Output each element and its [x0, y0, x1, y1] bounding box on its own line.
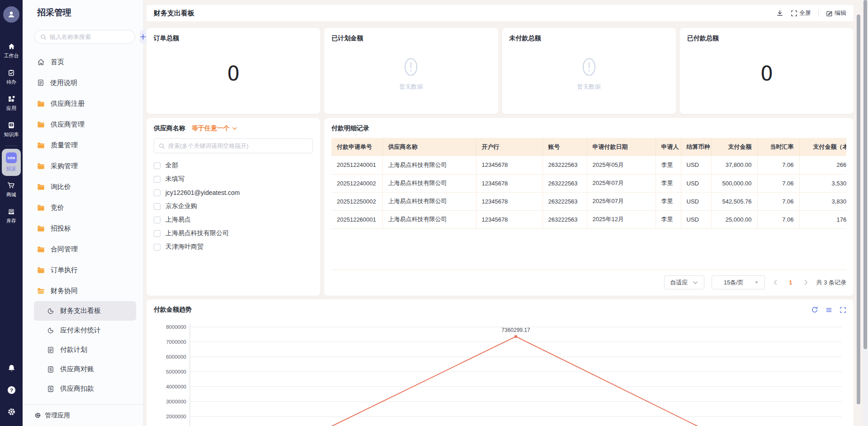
- supplier-option[interactable]: 未填写: [154, 172, 313, 186]
- download-icon: [776, 9, 783, 17]
- svg-text:6000000: 6000000: [166, 354, 186, 360]
- prev-page-button[interactable]: [772, 279, 779, 286]
- column-header: 申请付款日期: [587, 138, 656, 156]
- table-cell: 500,000.00: [711, 174, 757, 192]
- supplier-option[interactable]: jcy122601@yideatest.com: [154, 186, 313, 199]
- chart-title: 付款金额趋势: [154, 306, 192, 314]
- sidebar-item-合同管理[interactable]: 合同管理: [23, 239, 143, 260]
- download-button[interactable]: [776, 9, 783, 17]
- table-cell: 12345678: [476, 192, 542, 210]
- rail-item-knowledge-ai-book[interactable]: AI知识库: [0, 117, 23, 143]
- page-title: 财务支出看板: [154, 9, 194, 18]
- sidebar-item-供应商对账[interactable]: 供应商对账: [23, 360, 143, 379]
- supplier-option[interactable]: 上海易点: [154, 213, 313, 227]
- checkbox[interactable]: [154, 203, 160, 210]
- sidebar-item-询比价[interactable]: 询比价: [23, 176, 143, 197]
- edit-button[interactable]: 编辑: [826, 9, 846, 17]
- option-label: 上海易点科技有限公司: [165, 229, 229, 237]
- question-icon[interactable]: ?: [7, 385, 16, 395]
- gear-icon[interactable]: [7, 407, 16, 416]
- sidebar-item-招投标[interactable]: 招投标: [23, 218, 143, 239]
- checkbox[interactable]: [154, 230, 160, 237]
- content-scrollbar-thumb[interactable]: [857, 14, 860, 404]
- rail-item-mall-cart[interactable]: 商城: [0, 177, 23, 203]
- sidebar-item-订单执行[interactable]: 订单执行: [23, 260, 143, 280]
- table-row[interactable]: 202512250002上海易点科技有限公司123456782632225632…: [331, 192, 846, 210]
- sidebar-item-财务支出看板[interactable]: 财务支出看板: [34, 301, 136, 321]
- checkbox[interactable]: [154, 162, 160, 169]
- sidebar-item-采购管理[interactable]: 采购管理: [23, 156, 143, 176]
- total-records: 共 3 条记录: [816, 279, 846, 287]
- trend-chart: 2000000300000040000005000000600000070000…: [154, 318, 846, 426]
- sidebar-item-财务协同[interactable]: 财务协同: [23, 280, 143, 301]
- table-row[interactable]: 202512240002上海易点科技有限公司123456782632225632…: [331, 174, 846, 192]
- list-icon[interactable]: [826, 307, 832, 313]
- refresh-icon[interactable]: [811, 306, 818, 313]
- sidebar-item-label: 首页: [51, 58, 64, 66]
- svg-text:2000000: 2000000: [166, 414, 186, 419]
- table-cell: 李里: [656, 192, 681, 210]
- sidebar-item-首页[interactable]: 首页: [23, 52, 143, 72]
- page-size-select[interactable]: 15条/页: [712, 275, 765, 289]
- apps-grid-icon: [8, 95, 15, 103]
- sidebar-item-使用说明[interactable]: 使用说明: [23, 72, 143, 93]
- sidebar-item-应付未付统计[interactable]: 应付未付统计: [23, 321, 143, 340]
- checkbox[interactable]: [154, 244, 160, 251]
- filter-operator-dropdown[interactable]: 等于任意一个: [192, 124, 238, 133]
- sidebar-item-供应商管理[interactable]: 供应商管理: [23, 114, 143, 135]
- page-header: 财务支出看板 全屏 编辑: [146, 5, 854, 21]
- sidebar-search[interactable]: [34, 30, 135, 44]
- rail-item-todo-clipboard[interactable]: 待办: [0, 64, 23, 90]
- filter-search-input[interactable]: [168, 142, 308, 149]
- checkbox[interactable]: [154, 176, 160, 183]
- avatar[interactable]: [3, 6, 19, 23]
- sidebar-item-付款计划[interactable]: 付款计划: [23, 340, 143, 360]
- table-cell: 上海易点科技有限公司: [382, 210, 476, 228]
- supplier-option[interactable]: 全部: [154, 159, 313, 172]
- bell-icon[interactable]: [7, 364, 16, 373]
- checkbox[interactable]: [154, 189, 160, 196]
- stat-cards: 订单总额0已计划金额暂无数据未付款总额暂无数据已付款总额0: [146, 28, 854, 114]
- pie-icon: [47, 308, 54, 315]
- checkbox[interactable]: [154, 217, 160, 223]
- rail-item-inventory-inbox[interactable]: 库存: [0, 203, 23, 229]
- folder-icon: [37, 121, 45, 128]
- fullscreen-button[interactable]: 全屏: [791, 9, 811, 17]
- supplier-option[interactable]: 上海易点科技有限公司: [154, 227, 313, 240]
- add-button[interactable]: [140, 30, 146, 43]
- table-row[interactable]: 202512260001上海易点科技有限公司123456782632225632…: [331, 210, 846, 228]
- table-row[interactable]: 202512240001上海易点科技有限公司123456782632225632…: [331, 156, 846, 174]
- pie-icon: [47, 327, 54, 334]
- sidebar-search-input[interactable]: [50, 33, 129, 40]
- rail-item-workbench-home[interactable]: 工作台: [0, 38, 23, 64]
- manage-apps-button[interactable]: 管理应用: [23, 404, 143, 426]
- rail-item-srm[interactable]: SRM招采: [2, 149, 21, 176]
- fit-select[interactable]: 自适应: [664, 275, 704, 289]
- sidebar-item-质量管理[interactable]: 质量管理: [23, 135, 143, 156]
- current-page[interactable]: 1: [786, 279, 795, 286]
- sidebar-item-供应商注册[interactable]: 供应商注册: [23, 93, 143, 114]
- sidebar-item-label: 应付未付统计: [60, 326, 101, 335]
- rail-item-label: 应用: [6, 105, 16, 112]
- sidebar-item[interactable]: [23, 398, 143, 404]
- next-page-button[interactable]: [802, 279, 809, 286]
- table-cell: 7.06: [757, 156, 799, 174]
- sidebar-item-竞价[interactable]: 竞价: [23, 197, 143, 218]
- knowledge-ai-book-icon: AI: [8, 122, 15, 129]
- window-scrollbar-thumb[interactable]: [863, 0, 867, 349]
- chart-tools: [811, 306, 846, 313]
- inventory-inbox-icon: [8, 208, 15, 215]
- doc-s-icon: [47, 385, 54, 393]
- column-header: 账号: [542, 138, 587, 156]
- supplier-option[interactable]: 京东企业购: [154, 199, 313, 213]
- supplier-option[interactable]: 天津海叶商贸: [154, 240, 313, 254]
- table-cell: 542,505.76: [711, 192, 757, 210]
- filter-search[interactable]: [154, 138, 313, 153]
- fullscreen-icon[interactable]: [840, 307, 846, 313]
- rail-item-apps-grid[interactable]: 应用: [0, 90, 23, 117]
- table-cell: 263222563: [542, 192, 587, 210]
- supplier-filter-panel: 供应商名称 等于任意一个 全部未填写jcy122601@yideatest.co…: [146, 118, 320, 296]
- sidebar-item-供应商扣款[interactable]: 供应商扣款: [23, 379, 143, 398]
- sidebar-item-label: 供应商对账: [60, 365, 94, 374]
- column-header: 付款申请单号: [331, 138, 382, 156]
